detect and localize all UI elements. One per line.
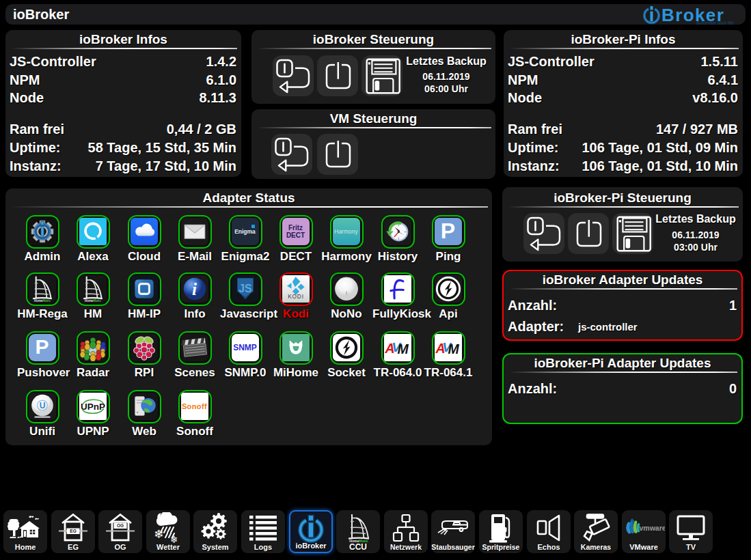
svg-text:i: i (192, 280, 197, 298)
svg-text:KODI: KODI (288, 293, 303, 300)
svg-text:M: M (397, 341, 409, 356)
svg-text:HomeMatic: HomeMatic (34, 299, 51, 303)
svg-text:OG: OG (117, 523, 124, 528)
svg-text:vmware: vmware (640, 524, 666, 532)
svg-text:Automate your life: Automate your life (696, 20, 734, 25)
svg-text:EG: EG (70, 529, 76, 533)
svg-text:❄: ❄ (154, 528, 163, 541)
svg-text:M: M (448, 341, 459, 356)
svg-text:❄: ❄ (170, 534, 178, 544)
svg-text:HomeMatic: HomeMatic (85, 299, 101, 303)
svg-text:U: U (39, 401, 45, 410)
svg-text:JS: JS (238, 283, 251, 294)
